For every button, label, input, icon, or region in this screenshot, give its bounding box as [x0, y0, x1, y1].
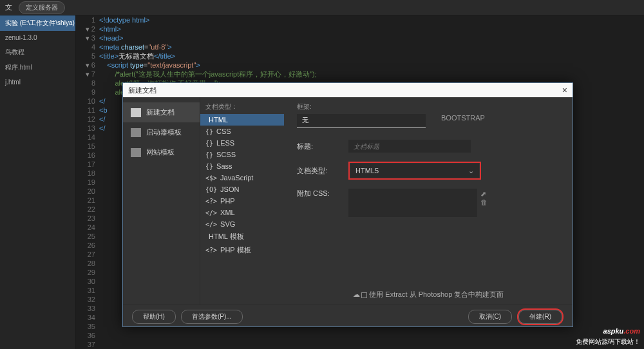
doctype-item[interactable]: {}Sass	[200, 160, 284, 172]
doctype-item[interactable]: <$>JavaScript	[200, 172, 284, 184]
framework-tab[interactable]: BOOTSTRAP	[441, 114, 485, 128]
dialog-titlebar: 新建文档 ×	[123, 83, 573, 97]
help-button[interactable]: 帮助(H)	[132, 310, 176, 324]
create-button[interactable]: 创建(R)	[518, 310, 562, 324]
close-icon[interactable]: ×	[562, 85, 567, 95]
new-document-dialog: 新建文档 × 新建文档启动器模板网站模板 文档类型：HTML{}CSS{}LES…	[122, 82, 573, 327]
doctype-item[interactable]: HTML	[200, 114, 284, 126]
extract-icon: ☁	[353, 290, 360, 298]
doctype-icon: <$>	[205, 174, 217, 182]
dialog-options: 框架: 无BOOTSTRAP 标题: 文档类型: HTML5 ⌄ 附加 CSS:	[284, 97, 573, 305]
doctype-item[interactable]: </>SVG	[200, 218, 284, 230]
dialog-doctype-list: 文档类型：HTML{}CSS{}LESS{}SCSS{}Sass<$>JavaS…	[200, 97, 284, 305]
doctype-header: 文档类型：	[200, 101, 284, 114]
cancel-button[interactable]: 取消(C)	[468, 310, 512, 324]
dialog-category-list: 新建文档启动器模板网站模板	[123, 97, 200, 305]
doctype-item[interactable]: </>XML	[200, 207, 284, 218]
doctype-select[interactable]: HTML5 ⌄	[350, 164, 479, 178]
category-icon	[131, 148, 141, 157]
watermark: aspku.com 免费网站源码下载站！	[576, 321, 640, 346]
sidebar-item[interactable]: 实验 (E:\工作文件\shiya)	[0, 15, 75, 31]
doctype-icon: </>	[205, 209, 217, 216]
framework-tabs: 无BOOTSTRAP	[297, 114, 560, 128]
framework-label: 框架:	[297, 102, 560, 111]
watermark-sub: 免费网站源码下载站！	[576, 337, 640, 346]
doctype-icon: {O}	[205, 186, 217, 193]
category-item[interactable]: 启动器模板	[123, 122, 200, 142]
doctype-item[interactable]: {}LESS	[200, 137, 284, 149]
chevron-down-icon: ⌄	[468, 167, 474, 175]
framework-tab[interactable]: 无	[297, 114, 426, 128]
sidebar-item[interactable]: zenui-1.3.0	[0, 31, 75, 44]
sidebar-item[interactable]: 鸟教程	[0, 44, 75, 60]
doctype-item[interactable]: {}SCSS	[200, 149, 284, 160]
css-label: 附加 CSS:	[297, 189, 336, 198]
doctype-icon: {}	[205, 140, 213, 147]
sidebar-item[interactable]: 程序.html	[0, 60, 75, 75]
doctype-item[interactable]: <?>PHP	[200, 195, 284, 207]
category-item[interactable]: 新建文档	[123, 102, 200, 122]
file-sidebar: 实验 (E:\工作文件\shiya)zenui-1.3.0鸟教程程序.htmlj…	[0, 15, 76, 349]
extract-row: ☁ 使用 Extract 从 Photoshop 复合中构建页面	[284, 290, 573, 299]
doctype-value: HTML5	[355, 167, 379, 174]
link-icon[interactable]: ⬈🗑	[480, 190, 488, 206]
category-icon	[131, 108, 141, 117]
line-gutter: 1▾ 2▾ 345▾ 6▾ 78910111213141516171819202…	[76, 15, 99, 349]
prefs-button[interactable]: 首选参数(P)...	[181, 310, 243, 324]
doctype-icon: <?>	[205, 198, 217, 205]
category-item[interactable]: 网站模板	[123, 142, 200, 162]
extract-checkbox[interactable]	[361, 292, 367, 298]
doctype-item[interactable]: <?>PHP 模板	[200, 243, 284, 257]
doctype-item[interactable]: HTML 模板	[200, 230, 284, 243]
doctype-icon: {}	[205, 151, 213, 158]
doctype-label: 文档类型:	[297, 166, 336, 176]
css-attach-box[interactable]	[348, 189, 477, 217]
dialog-title: 新建文档	[128, 86, 156, 95]
title-input[interactable]	[348, 140, 471, 153]
doctype-icon: <?>	[205, 247, 217, 254]
extract-label: 使用 Extract 从 Photoshop 复合中构建页面	[369, 290, 504, 298]
doctype-icon: </>	[205, 221, 217, 228]
sidebar-item[interactable]: j.html	[0, 75, 75, 89]
doctype-icon: {}	[205, 163, 213, 170]
doctype-icon: {}	[205, 128, 213, 135]
dialog-footer: 帮助(H) 首选参数(P)... 取消(C) 创建(R)	[123, 305, 573, 328]
category-icon	[131, 128, 141, 137]
dropdown-label[interactable]: 文	[5, 3, 12, 12]
watermark-logo: aspku.com	[576, 321, 640, 337]
define-server-button[interactable]: 定义服务器	[19, 1, 65, 14]
top-toolbar: 文 定义服务器	[0, 0, 644, 15]
doctype-item[interactable]: {O}JSON	[200, 184, 284, 195]
title-label: 标题:	[297, 142, 336, 151]
doctype-item[interactable]: {}CSS	[200, 126, 284, 137]
